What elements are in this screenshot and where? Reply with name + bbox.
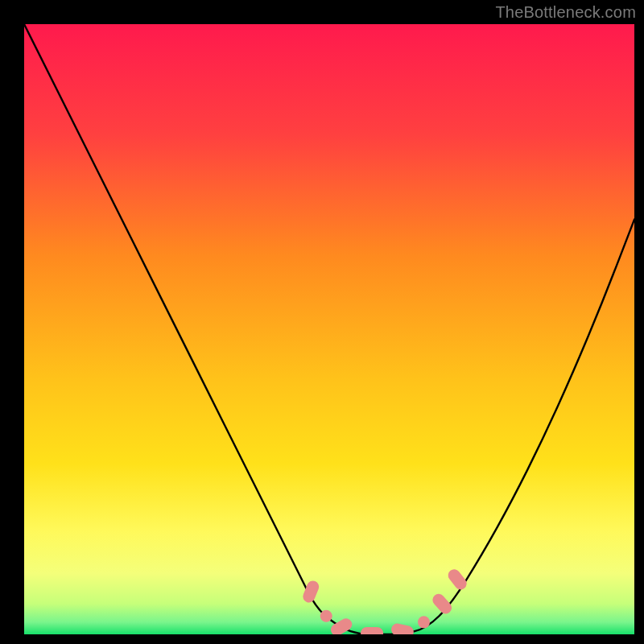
gradient-background [24, 24, 634, 634]
curve-marker-dot [418, 616, 430, 628]
chart-frame: TheBottleneck.com [0, 0, 644, 644]
bottleneck-chart [24, 24, 634, 634]
curve-marker-pill [361, 627, 383, 634]
watermark-text: TheBottleneck.com [495, 3, 636, 22]
curve-marker-dot [320, 610, 332, 622]
